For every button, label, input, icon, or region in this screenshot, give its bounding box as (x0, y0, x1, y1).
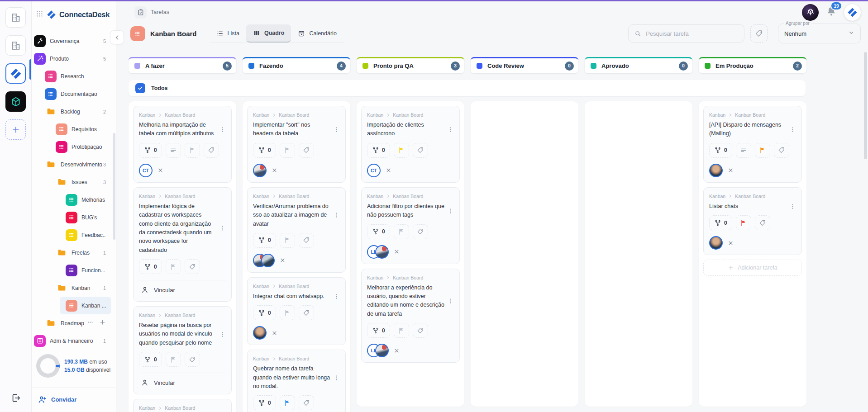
workspace-building-icon-2[interactable] (5, 35, 26, 56)
tab-tarefas[interactable]: Tarefas (134, 6, 169, 19)
tag-chip[interactable] (755, 215, 770, 230)
tag-chip[interactable] (413, 224, 428, 239)
flag-chip[interactable] (394, 143, 409, 158)
avatar-photo[interactable] (375, 245, 389, 259)
task-card[interactable]: KanbanKanban Board Importação de cliente… (361, 106, 460, 183)
remove-assignee-icon[interactable] (727, 240, 734, 246)
branch-count-chip[interactable]: 0 (367, 323, 390, 338)
sidebar-item-governanca[interactable]: Governança 5 (32, 32, 116, 50)
sidebar-item-desenvolvimento[interactable]: Desenvolvimento 3 (32, 156, 116, 173)
sidebar-item-documentacao[interactable]: Documentação (32, 85, 116, 103)
view-tab-calendario[interactable]: Calendário (291, 25, 343, 42)
apps-grid-icon[interactable] (36, 10, 43, 19)
sidebar-scrollbar[interactable] (113, 133, 115, 240)
sidebar-item-funcionalidades[interactable]: Funcion... (32, 261, 116, 279)
remove-assignee-icon[interactable] (271, 167, 278, 174)
task-card[interactable]: KanbanKanban Board Listar chats 0 (703, 187, 802, 255)
window-scrollbar[interactable] (864, 52, 867, 159)
description-chip[interactable] (736, 143, 751, 158)
tag-chip[interactable] (299, 143, 314, 158)
column-header-aprovado[interactable]: Aprovado 0 (585, 57, 692, 73)
sidebar-item-bugs[interactable]: BUG's (32, 208, 116, 226)
card-menu-button[interactable] (333, 121, 340, 138)
task-card[interactable]: KanbanKanban Board Integrar chat com wha… (247, 277, 346, 345)
avatar-photo[interactable] (375, 344, 389, 357)
task-card[interactable]: KanbanKanban Board Resetar página na bus… (133, 306, 232, 394)
task-card[interactable]: KanbanKanban Board [API] Disparo de mens… (703, 106, 802, 183)
view-tab-lista[interactable]: Lista (210, 25, 246, 42)
flag-chip[interactable] (394, 224, 409, 239)
sidebar-item-kanban-folder[interactable]: Kanban 1 (32, 279, 116, 297)
avatar-photo[interactable] (709, 236, 723, 250)
remove-assignee-icon[interactable] (385, 167, 392, 174)
branch-count-chip[interactable]: 0 (139, 352, 162, 367)
task-card[interactable]: KanbanKanban Board [FUNC] Possibilidade … (133, 399, 232, 412)
sidebar-item-roadmap[interactable]: Roadmap (32, 314, 116, 332)
card-menu-button[interactable] (333, 365, 340, 391)
sidebar-item-produto[interactable]: Produto 5 (32, 50, 116, 67)
tag-chip[interactable] (413, 323, 428, 338)
avatar[interactable]: CT (367, 164, 381, 177)
sidebar-collapse-button[interactable] (110, 30, 124, 44)
remove-assignee-icon[interactable] (393, 248, 400, 255)
branch-count-chip[interactable]: 0 (367, 224, 390, 239)
flag-chip[interactable] (755, 143, 770, 158)
workspace-connectadesk-logo[interactable] (5, 63, 26, 84)
description-chip[interactable] (166, 143, 181, 158)
tag-chip[interactable] (299, 233, 314, 248)
tag-chip[interactable] (774, 143, 789, 158)
chatgpt-avatar[interactable] (802, 4, 819, 21)
card-menu-button[interactable] (219, 321, 226, 347)
tag-chip[interactable] (299, 305, 314, 320)
card-menu-button[interactable] (447, 202, 454, 220)
workspace-building-icon[interactable] (5, 7, 26, 28)
branch-count-chip[interactable]: 0 (253, 395, 276, 410)
branch-count-chip[interactable]: 0 (253, 305, 276, 320)
branch-count-chip[interactable]: 0 (709, 215, 732, 230)
sidebar-item-kanban-board[interactable]: Kanban ... (60, 297, 111, 314)
tag-chip[interactable] (413, 143, 428, 158)
flag-chip[interactable] (185, 143, 200, 158)
tag-chip[interactable] (204, 143, 219, 158)
flag-chip[interactable] (166, 352, 181, 367)
column-header-code-review[interactable]: Code Review 0 (471, 57, 578, 73)
flag-chip[interactable] (280, 143, 295, 158)
branch-count-chip[interactable]: 0 (139, 143, 162, 158)
branch-count-chip[interactable]: 0 (709, 143, 732, 158)
flag-chip[interactable] (394, 323, 409, 338)
avatar-photo[interactable] (709, 164, 723, 177)
sidebar-item-freelas[interactable]: Freelas 1 (32, 244, 116, 261)
column-header-fazendo[interactable]: Fazendo 4 (243, 57, 350, 73)
tag-chip[interactable] (185, 352, 200, 367)
search-input[interactable] (646, 30, 738, 37)
column-header-em-producao[interactable]: Em Produção 2 (699, 57, 806, 73)
view-tab-quadro[interactable]: Quadro (246, 24, 291, 43)
column-header-pronto-pra-qa[interactable]: Pronto pra QA 3 (357, 57, 464, 73)
task-card[interactable]: KanbanKanban Board Implementar "sort" no… (247, 106, 346, 183)
flag-chip[interactable] (280, 305, 295, 320)
tag-filter-button[interactable] (750, 24, 768, 43)
add-list-icon[interactable] (99, 319, 106, 327)
vincular-button[interactable]: Vincular (139, 280, 226, 296)
account-logo-button[interactable] (844, 4, 861, 21)
tag-chip[interactable] (185, 259, 200, 274)
task-card[interactable]: KanbanKanban Board Implementar lógica de… (133, 187, 232, 302)
card-menu-button[interactable] (333, 292, 340, 301)
more-options-icon[interactable] (87, 319, 94, 327)
card-menu-button[interactable] (789, 121, 796, 138)
workspace-hex-icon[interactable] (5, 91, 26, 112)
add-task-button[interactable]: Adicionar tarefa (703, 260, 802, 276)
column-header-a-fazer[interactable]: A fazer 5 (129, 57, 236, 73)
branch-count-chip[interactable]: 0 (253, 233, 276, 248)
tag-chip[interactable] (299, 395, 314, 410)
sidebar-item-research[interactable]: Research (32, 67, 116, 85)
card-menu-button[interactable] (789, 202, 796, 211)
notifications-button[interactable]: 19 (826, 6, 837, 19)
remove-assignee-icon[interactable] (393, 347, 400, 354)
logout-icon[interactable] (11, 393, 21, 405)
branch-count-chip[interactable]: 0 (367, 143, 390, 158)
flag-chip[interactable] (736, 215, 751, 230)
task-card[interactable]: KanbanKanban Board Quebrar nome da taref… (247, 350, 346, 412)
sidebar-item-backlog[interactable]: Backlog 2 (32, 103, 116, 120)
task-card[interactable]: KanbanKanban Board Melhorar a experiênci… (361, 269, 460, 363)
